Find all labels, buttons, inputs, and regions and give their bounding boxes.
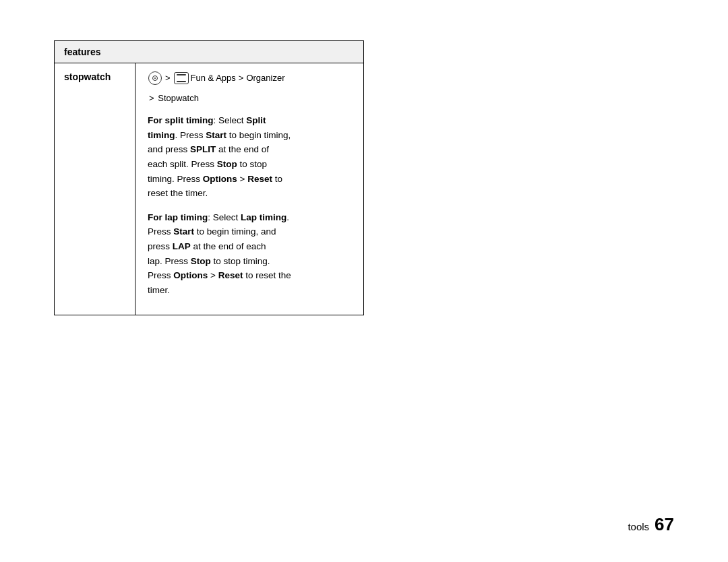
lap-timing-intro: For lap timing <box>148 212 208 222</box>
lap-reset-bold: Reset <box>218 270 243 280</box>
split-options-bold: Options <box>203 174 237 184</box>
split-timing-bold2: timing <box>148 130 175 140</box>
lap-line2: press <box>148 241 173 251</box>
nav-sep-1: > <box>165 71 171 85</box>
page-container: features stopwatch > Fun & Apps > Organi… <box>0 0 728 562</box>
lap-gt: > <box>208 270 218 280</box>
split-line4: timing. Press <box>148 174 203 184</box>
lap-timing-text: For lap timing: Select Lap timing. Press… <box>148 210 351 298</box>
fun-apps-label: Fun & Apps <box>191 71 236 85</box>
split-line2b: at the end of <box>216 144 269 154</box>
lap-line4b: to reset the <box>243 270 291 280</box>
organizer-label: Organizer <box>246 71 284 85</box>
lap-line3: lap. Press <box>148 256 191 266</box>
nav-sep-2: > <box>239 71 244 85</box>
lap-start-bold: Start <box>173 226 194 237</box>
lap-line1: Press <box>148 226 173 237</box>
lap-period: . <box>286 212 289 222</box>
table-header: features <box>55 41 363 63</box>
split-line1b: to begin timing, <box>226 130 291 140</box>
split-start-bold: Start <box>206 130 226 140</box>
lap-line5: timer. <box>148 285 170 295</box>
lap-line4: Press <box>148 270 173 280</box>
split-line5: reset the timer. <box>148 188 208 198</box>
split-bold: SPLIT <box>190 144 216 154</box>
features-table: features stopwatch > Fun & Apps > Organi… <box>54 40 364 315</box>
lap-colon: : Select <box>208 212 241 222</box>
page-footer: tools 67 <box>628 514 674 535</box>
stopwatch-label: stopwatch <box>64 71 111 82</box>
lap-timing-block: For lap timing: Select Lap timing. Press… <box>148 210 351 298</box>
split-select-bold: Split <box>246 115 266 125</box>
split-line3: each split. Press <box>148 159 217 169</box>
split-gt: > <box>237 174 247 184</box>
lap-line3b: to stop timing. <box>211 256 270 266</box>
stopwatch-nav-label: Stopwatch <box>158 93 199 103</box>
split-reset-bold: Reset <box>247 174 272 184</box>
split-timing-block: For split timing: Select Split timing. P… <box>148 113 351 201</box>
split-line3b: to stop <box>237 159 267 169</box>
lap-line2b: at the end of each <box>191 241 266 251</box>
nav-path-line2: > Stopwatch <box>148 92 351 105</box>
split-timing-text: For split timing: Select Split timing. P… <box>148 113 351 201</box>
table-body: stopwatch > Fun & Apps > Organizer > Sto… <box>55 63 363 315</box>
features-heading: features <box>64 46 100 57</box>
lap-select-bold: Lap timing <box>241 212 286 222</box>
footer-page-number: 67 <box>655 514 674 535</box>
nav-sep-3: > <box>149 93 154 103</box>
split-line2: and press <box>148 144 190 154</box>
lap-stop-bold: Stop <box>191 256 211 266</box>
split-colon: : Select <box>214 115 247 125</box>
lap-lap-bold: LAP <box>173 241 191 251</box>
left-column: stopwatch <box>55 63 135 315</box>
split-stop-bold: Stop <box>217 159 237 169</box>
nav-path: > Fun & Apps > Organizer <box>148 71 351 85</box>
home-icon <box>148 71 162 85</box>
lap-options-bold: Options <box>173 270 208 280</box>
right-column: > Fun & Apps > Organizer > Stopwatch For… <box>135 63 363 315</box>
apps-icon <box>174 72 189 84</box>
lap-line1b: to begin timing, and <box>194 226 276 237</box>
split-line1: . Press <box>175 130 206 140</box>
footer-tools-label: tools <box>628 521 649 532</box>
split-timing-intro: For split timing <box>148 115 214 125</box>
split-line4b: to <box>272 174 282 184</box>
